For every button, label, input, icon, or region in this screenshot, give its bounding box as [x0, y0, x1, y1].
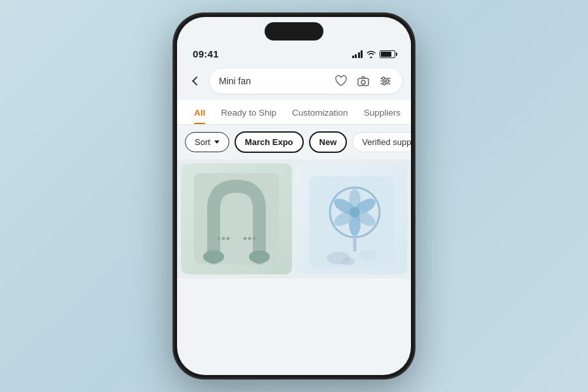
- status-bar: 09:41: [177, 41, 411, 65]
- svg-point-10: [249, 250, 270, 263]
- product-grid: [177, 159, 411, 278]
- tab-suppliers[interactable]: Suppliers: [356, 100, 408, 124]
- product-card-neck-fan[interactable]: [181, 163, 292, 274]
- search-bar[interactable]: Mini fan: [210, 69, 402, 93]
- svg-point-9: [203, 250, 224, 263]
- sort-chip[interactable]: Sort: [185, 132, 229, 152]
- status-icons: [352, 50, 396, 58]
- desk-fan-svg: [309, 176, 394, 268]
- svg-point-1: [361, 80, 365, 84]
- tab-all[interactable]: All: [186, 100, 213, 124]
- product-card-desk-fan[interactable]: [296, 163, 407, 274]
- filter-options-icon[interactable]: [378, 74, 393, 88]
- neck-fan-svg: [194, 173, 279, 265]
- search-action-icons: [334, 74, 393, 88]
- filter-chips-row: Sort March Expo New Verified supplie…: [177, 125, 411, 159]
- wifi-icon: [366, 50, 376, 58]
- verified-suppliers-chip[interactable]: Verified supplie…: [352, 132, 411, 152]
- back-button[interactable]: [186, 72, 204, 90]
- svg-point-15: [244, 237, 247, 240]
- svg-point-5: [382, 77, 385, 80]
- svg-point-30: [342, 257, 355, 265]
- dynamic-island: [265, 22, 323, 41]
- svg-point-17: [253, 237, 256, 240]
- new-chip[interactable]: New: [309, 131, 348, 153]
- svg-point-6: [386, 80, 389, 82]
- category-tabs: All Ready to Ship Customization Supplier…: [177, 100, 411, 125]
- svg-point-29: [359, 250, 377, 260]
- svg-point-14: [227, 237, 230, 240]
- back-arrow-icon: [192, 76, 201, 86]
- phone-screen: 09:41: [177, 17, 411, 375]
- phone-body: 09:41: [173, 13, 415, 379]
- svg-point-16: [248, 237, 252, 240]
- svg-point-26: [350, 207, 360, 218]
- neck-fan-image: [181, 163, 292, 274]
- camera-search-icon[interactable]: [356, 74, 370, 88]
- sort-chevron-icon: [214, 140, 220, 144]
- status-time: 09:41: [193, 48, 219, 59]
- svg-point-12: [218, 237, 221, 240]
- wishlist-icon[interactable]: [334, 74, 348, 88]
- tab-ready-to-ship[interactable]: Ready to Ship: [213, 100, 284, 124]
- search-area: Mini fan: [177, 65, 411, 100]
- desk-fan-image: [296, 163, 407, 274]
- signal-icon: [352, 50, 363, 58]
- battery-icon: [380, 50, 395, 58]
- svg-rect-11: [233, 245, 240, 261]
- svg-point-13: [222, 237, 225, 240]
- search-query: Mini fan: [219, 76, 334, 86]
- tab-customization[interactable]: Customization: [284, 100, 356, 124]
- phone-wrapper: 09:41: [173, 13, 415, 379]
- svg-point-7: [383, 82, 385, 85]
- march-expo-chip[interactable]: March Expo: [235, 131, 304, 153]
